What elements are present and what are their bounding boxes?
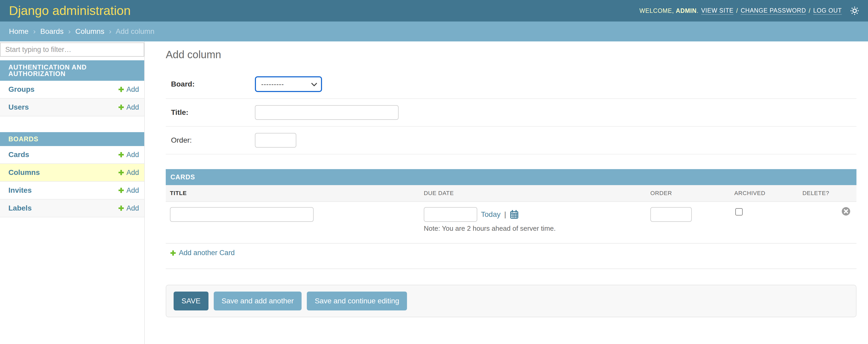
save-button[interactable]: SAVE: [174, 291, 209, 310]
col-header-title: TITLE: [166, 185, 420, 201]
add-card-button[interactable]: Add: [118, 151, 139, 159]
add-label: Add: [126, 168, 139, 177]
user-tools: WELCOME, ADMIN. VIEW SITE / CHANGE PASSW…: [639, 6, 859, 15]
today-shortcut-link[interactable]: Today: [481, 210, 501, 219]
add-label: Add: [126, 86, 139, 94]
board-select-value: ---------: [261, 80, 284, 88]
card-order-input[interactable]: [650, 207, 692, 222]
sidebar-item-columns: Columns Add: [0, 164, 144, 182]
sidebar-section-auth-title: AUTHENTICATION AND AUTHORIZATION: [0, 60, 144, 81]
log-out-link[interactable]: LOG OUT: [813, 7, 842, 15]
due-date-input[interactable]: [424, 207, 477, 222]
col-header-delete: DELETE?: [798, 185, 857, 201]
add-row: Add another Card: [166, 243, 857, 269]
add-label-button[interactable]: Add: [118, 204, 139, 212]
order-label: Order:: [171, 136, 255, 145]
form-row-board: Board: ---------: [166, 70, 857, 99]
groups-link[interactable]: Groups: [8, 85, 35, 94]
add-another-card-label: Add another Card: [179, 249, 235, 257]
breadcrumb-boards[interactable]: Boards: [40, 27, 64, 35]
plus-icon: [118, 104, 124, 111]
change-password-link[interactable]: CHANGE PASSWORD: [741, 7, 806, 15]
sidebar-item-invites: Invites Add: [0, 182, 144, 199]
labels-link[interactable]: Labels: [8, 204, 32, 212]
add-user-button[interactable]: Add: [118, 103, 139, 112]
col-header-archived: ARCHIVED: [730, 185, 798, 201]
theme-toggle-button[interactable]: [850, 6, 859, 15]
add-invite-button[interactable]: Add: [118, 186, 139, 194]
add-label: Add: [126, 103, 139, 112]
order-input[interactable]: [255, 133, 296, 148]
sidebar-item-users: Users Add: [0, 99, 144, 117]
add-another-card-link[interactable]: Add another Card: [170, 249, 235, 257]
users-link[interactable]: Users: [8, 103, 29, 112]
card-inline-row: Today |: [166, 201, 857, 243]
sidebar-filter-input[interactable]: [0, 42, 144, 57]
col-header-due-date: DUE DATE: [420, 185, 646, 201]
sidebar-section-boards-title: BOARDS: [0, 132, 144, 146]
add-label: Add: [126, 151, 139, 159]
page-title: Add column: [166, 49, 857, 61]
link-separator: /: [809, 7, 811, 14]
sidebar-item-cards: Cards Add: [0, 146, 144, 164]
breadcrumb-columns[interactable]: Columns: [75, 27, 104, 35]
inline-delete-button[interactable]: [842, 207, 850, 217]
nav-sidebar: AUTHENTICATION AND AUTHORIZATION Groups …: [0, 41, 145, 344]
view-site-link[interactable]: VIEW SITE: [701, 7, 734, 15]
django-admin-page: Django administration WELCOME, ADMIN. VI…: [0, 0, 868, 344]
sidebar-item-labels: Labels Add: [0, 199, 144, 217]
add-group-button[interactable]: Add: [118, 86, 139, 94]
board-select[interactable]: ---------: [255, 76, 322, 92]
server-time-note: Note: You are 2 hours ahead of server ti…: [424, 224, 642, 232]
cards-inline-table: TITLE DUE DATE ORDER ARCHIVED DELETE?: [166, 185, 857, 269]
card-title-input[interactable]: [170, 207, 314, 222]
breadcrumb-separator: ›: [68, 27, 70, 35]
delete-x-icon: [842, 207, 850, 216]
plus-icon: [118, 169, 124, 176]
form-row-title: Title:: [166, 99, 857, 127]
breadcrumb-separator: ›: [109, 27, 111, 35]
site-title: Django administration: [9, 4, 131, 17]
breadcrumb: Home › Boards › Columns › Add column: [0, 22, 868, 41]
board-label: Board:: [171, 80, 255, 88]
welcome-text: WELCOME, ADMIN.: [639, 7, 698, 14]
title-label: Title:: [171, 108, 255, 117]
app-header: Django administration WELCOME, ADMIN. VI…: [0, 0, 868, 22]
breadcrumb-current: Add column: [116, 27, 154, 35]
sidebar-section-boards: BOARDS Cards Add Columns Add In: [0, 132, 144, 217]
site-title-link[interactable]: Django administration: [9, 4, 131, 18]
save-and-continue-editing-button[interactable]: Save and continue editing: [307, 291, 407, 310]
calendar-icon: [510, 210, 519, 219]
save-and-add-another-button[interactable]: Save and add another: [214, 291, 302, 310]
content-wrapper: AUTHENTICATION AND AUTHORIZATION Groups …: [0, 41, 868, 344]
breadcrumb-separator: ›: [33, 27, 35, 35]
sidebar-item-groups: Groups Add: [0, 81, 144, 99]
link-separator: /: [736, 7, 738, 14]
columns-link[interactable]: Columns: [8, 168, 40, 177]
add-column-button[interactable]: Add: [118, 168, 139, 177]
add-label: Add: [126, 186, 139, 194]
invites-link[interactable]: Invites: [8, 186, 32, 194]
main-content: Add column Board: --------- Title: Order…: [145, 41, 868, 344]
date-shortcut-separator: |: [504, 210, 506, 219]
sun-icon: [850, 6, 859, 15]
add-label: Add: [126, 204, 139, 212]
cards-section-title: CARDS: [166, 169, 857, 185]
cards-link[interactable]: Cards: [8, 151, 29, 159]
plus-icon: [118, 205, 124, 211]
username: ADMIN: [676, 7, 696, 14]
sidebar-section-auth: AUTHENTICATION AND AUTHORIZATION Groups …: [0, 60, 144, 117]
submit-row: SAVE Save and add another Save and conti…: [166, 285, 857, 317]
calendar-picker-button[interactable]: [510, 210, 519, 219]
plus-icon: [118, 152, 124, 158]
cards-table-header-row: TITLE DUE DATE ORDER ARCHIVED DELETE?: [166, 185, 857, 201]
cards-inline-group: CARDS TITLE DUE DATE ORDER ARCHIVED DELE…: [166, 169, 857, 269]
title-input[interactable]: [255, 105, 399, 120]
due-date-widget: Today |: [424, 207, 642, 222]
plus-icon: [170, 250, 176, 256]
plus-icon: [118, 86, 124, 93]
welcome-period: .: [696, 7, 698, 14]
welcome-prefix: WELCOME,: [639, 7, 674, 14]
breadcrumb-home[interactable]: Home: [9, 27, 29, 35]
archived-checkbox[interactable]: [735, 208, 743, 216]
